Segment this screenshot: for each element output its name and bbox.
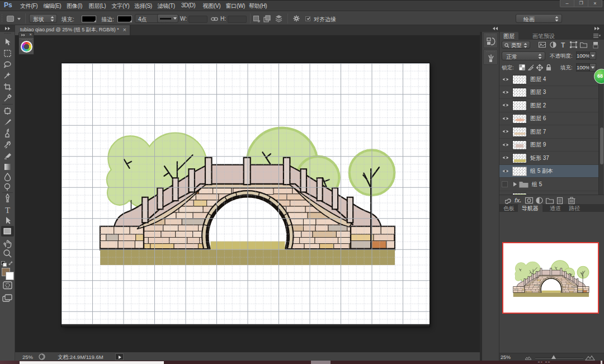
svg-text:T: T [5, 206, 10, 215]
svg-text:fx.: fx. [515, 197, 521, 204]
svg-text:T: T [561, 41, 565, 49]
